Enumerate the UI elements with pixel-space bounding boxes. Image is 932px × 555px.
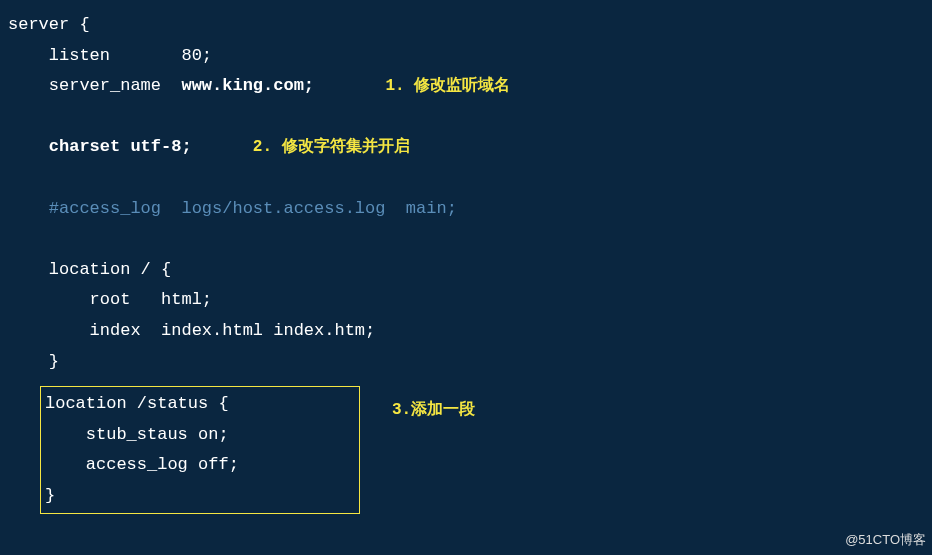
- code-line-comment: #access_log logs/host.access.log main;: [8, 194, 457, 225]
- code-line-listen: listen 80;: [8, 41, 212, 72]
- boxed-line-access-log: access_log off;: [45, 450, 355, 481]
- watermark: @51CTO博客: [845, 528, 926, 551]
- annotation-1: 1. 修改监听域名: [385, 72, 510, 101]
- code-line-servername-key: server_name: [8, 71, 181, 102]
- code-line-charset: charset utf-8;: [8, 132, 192, 163]
- code-line-location-open: location / {: [8, 255, 171, 286]
- annotation-3: 3.添加一段: [392, 396, 475, 425]
- code-line-index: index index.html index.htm;: [8, 316, 375, 347]
- boxed-line-close-brace: }: [45, 481, 355, 512]
- boxed-line-stub-status: stub_staus on;: [45, 420, 355, 451]
- annotation-2: 2. 修改字符集并开启: [253, 133, 410, 162]
- boxed-line-location-status: location /status {: [45, 389, 355, 420]
- code-line-server: server {: [8, 10, 90, 41]
- code-line-location-close: }: [8, 347, 59, 378]
- code-line-root: root html;: [8, 285, 212, 316]
- highlighted-code-block: location /status { stub_staus on; access…: [40, 386, 360, 514]
- code-line-servername-value: www.king.com;: [181, 71, 314, 102]
